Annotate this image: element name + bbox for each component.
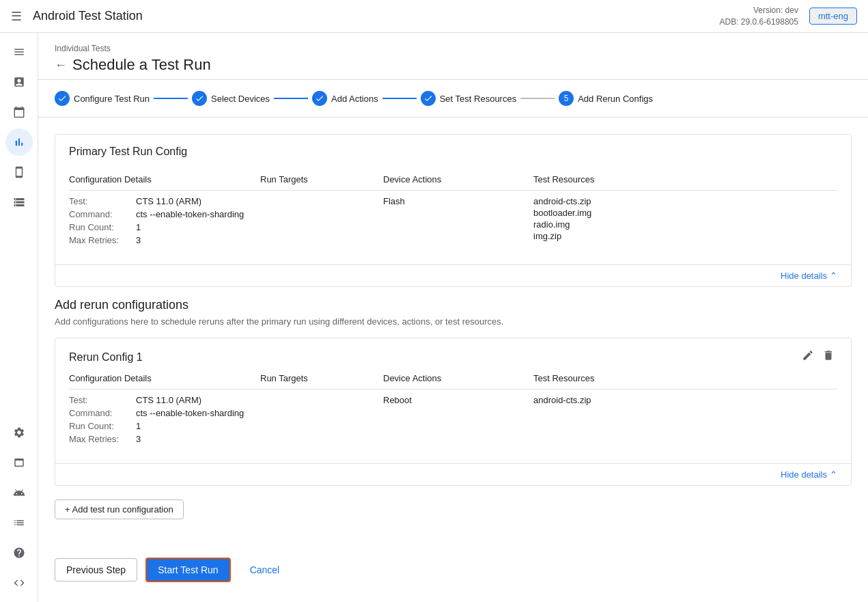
connector-4 <box>520 98 555 99</box>
command-label: Command: <box>69 209 130 219</box>
step-2-circle <box>192 91 207 106</box>
rerun-hide-details-row: Hide details ⌃ <box>55 463 851 485</box>
top-header: ☰ Android Test Station Version: dev ADB:… <box>0 0 868 33</box>
test-value: CTS 11.0 (ARM) <box>136 196 201 206</box>
cancel-button[interactable]: Cancel <box>239 559 291 581</box>
rerun-col-header-config: Configuration Details <box>69 368 260 389</box>
step-add-actions: Add Actions <box>312 91 378 106</box>
sidebar-item-analytics[interactable] <box>5 128 33 156</box>
sidebar-item-device[interactable] <box>5 159 33 186</box>
breadcrumb: Individual Tests <box>55 44 852 53</box>
rerun-config-1-delete-button[interactable] <box>820 346 837 368</box>
sidebar-item-menu[interactable] <box>5 38 33 66</box>
menu-icon[interactable]: ☰ <box>11 9 22 24</box>
previous-step-button[interactable]: Previous Step <box>55 558 137 582</box>
rerun-command-value: cts --enable-token-sharding <box>136 408 244 418</box>
primary-config-details: Test: CTS 11.0 (ARM) Command: cts --enab… <box>69 191 260 254</box>
resource-android-cts: android-cts.zip <box>533 196 837 206</box>
connector-1 <box>154 98 188 99</box>
sidebar-item-settings[interactable] <box>5 419 33 446</box>
primary-resource-list: android-cts.zip bootloader.img radio.img… <box>533 196 837 241</box>
rerun-config-1-grid: Configuration Details Run Targets Device… <box>69 368 837 452</box>
primary-hide-details-button[interactable]: Hide details ⌃ <box>781 271 837 281</box>
step-1-label: Configure Test Run <box>74 94 150 104</box>
primary-max-retries-row: Max Retries: 3 <box>69 235 260 245</box>
rerun-command-label: Command: <box>69 408 130 418</box>
sidebar-item-storage[interactable] <box>5 189 33 216</box>
step-configure: Configure Test Run <box>55 91 150 106</box>
rerun-config-1-details: Test: CTS 11.0 (ARM) Command: cts --enab… <box>69 389 260 452</box>
page-title-row: ← Schedule a Test Run <box>55 56 852 74</box>
col-header-test-resources: Test Resources <box>533 169 837 191</box>
rerun-max-retries-value: 3 <box>136 434 141 444</box>
step-5-circle: 5 <box>559 91 574 106</box>
primary-command-row: Command: cts --enable-token-sharding <box>69 209 260 219</box>
step-2-label: Select Devices <box>211 94 270 104</box>
add-config-section: + Add test run configuration <box>55 497 852 530</box>
connector-3 <box>382 98 417 99</box>
col-header-device-actions: Device Actions <box>383 169 533 191</box>
rerun-col-header-device-actions: Device Actions <box>383 368 533 389</box>
step-3-label: Add Actions <box>331 94 378 104</box>
rerun-resource-list: android-cts.zip <box>533 395 837 405</box>
add-test-run-configuration-button[interactable]: + Add test run configuration <box>55 500 184 519</box>
sidebar-item-tests[interactable] <box>5 68 33 96</box>
rerun-config-1-edit-button[interactable] <box>799 346 817 368</box>
rerun-command-row: Command: cts --enable-token-sharding <box>69 408 260 418</box>
rerun-run-count-row: Run Count: 1 <box>69 421 260 431</box>
rerun-chevron-up-icon: ⌃ <box>830 469 837 480</box>
rerun-run-count-value: 1 <box>136 421 141 431</box>
sidebar-item-help[interactable] <box>5 539 33 566</box>
back-button[interactable]: ← <box>55 58 67 72</box>
primary-config-body: Configuration Details Run Targets Device… <box>55 169 851 264</box>
sidebar-item-code[interactable] <box>5 569 33 597</box>
step-4-circle <box>421 91 436 106</box>
sidebar-item-list[interactable] <box>5 509 33 536</box>
resource-radio: radio.img <box>533 219 837 230</box>
sidebar-item-android[interactable] <box>5 479 33 506</box>
step-select-devices: Select Devices <box>192 91 270 106</box>
col-header-run-targets: Run Targets <box>260 169 383 191</box>
page-title: Schedule a Test Run <box>72 56 211 74</box>
primary-config-title: Primary Test Run Config <box>69 146 837 158</box>
sidebar-item-calendar[interactable] <box>5 98 33 126</box>
primary-run-targets-body <box>260 191 383 254</box>
connector-2 <box>274 98 308 99</box>
primary-device-actions-body: Flash <box>383 191 533 254</box>
step-3-circle <box>312 91 327 106</box>
rerun-config-1-header-row: Rerun Config 1 <box>55 338 851 368</box>
start-test-run-button[interactable]: Start Test Run <box>145 558 230 582</box>
run-count-value: 1 <box>136 222 141 232</box>
resource-bootloader: bootloader.img <box>533 208 837 218</box>
rerun-config-1-title: Rerun Config 1 <box>69 351 143 364</box>
rerun-test-value: CTS 11.0 (ARM) <box>136 395 201 405</box>
header-left: ☰ Android Test Station <box>11 9 143 24</box>
rerun-config-1-body: Configuration Details Run Targets Device… <box>55 368 851 463</box>
header-right: Version: dev ADB: 29.0.6-6198805 mtt-eng <box>720 5 858 28</box>
rerun-max-retries-label: Max Retries: <box>69 434 130 444</box>
step-4-label: Set Test Resources <box>440 94 516 104</box>
content-area: Individual Tests ← Schedule a Test Run C… <box>38 33 868 602</box>
primary-test-row: Test: CTS 11.0 (ARM) <box>69 196 260 206</box>
rerun-test-row: Test: CTS 11.0 (ARM) <box>69 395 260 405</box>
rerun-device-action-reboot: Reboot <box>383 395 412 405</box>
command-value: cts --enable-token-sharding <box>136 209 244 219</box>
col-header-config: Configuration Details <box>69 169 260 191</box>
primary-hide-details-row: Hide details ⌃ <box>55 264 851 286</box>
app-title: Android Test Station <box>33 9 143 23</box>
main-layout: Individual Tests ← Schedule a Test Run C… <box>0 33 868 602</box>
step-1-circle <box>55 91 70 106</box>
primary-config-header: Primary Test Run Config <box>55 135 851 169</box>
step-rerun-configs: 5 Add Rerun Configs <box>559 91 653 106</box>
stepper: Configure Test Run Select Devices Add Ac… <box>38 80 868 118</box>
env-badge-button[interactable]: mtt-eng <box>809 8 857 25</box>
sidebar <box>0 33 38 602</box>
rerun-run-count-label: Run Count: <box>69 421 130 431</box>
rerun-hide-details-button[interactable]: Hide details ⌃ <box>781 469 837 480</box>
rerun-test-resources-body: android-cts.zip <box>533 389 837 452</box>
rerun-section: Add rerun configurations Add configurati… <box>55 298 852 327</box>
sidebar-item-window[interactable] <box>5 449 33 476</box>
max-retries-value: 3 <box>136 235 141 245</box>
main-content: Primary Test Run Config Configuration De… <box>38 118 868 547</box>
bottom-actions: Previous Step Start Test Run Cancel <box>38 547 868 593</box>
